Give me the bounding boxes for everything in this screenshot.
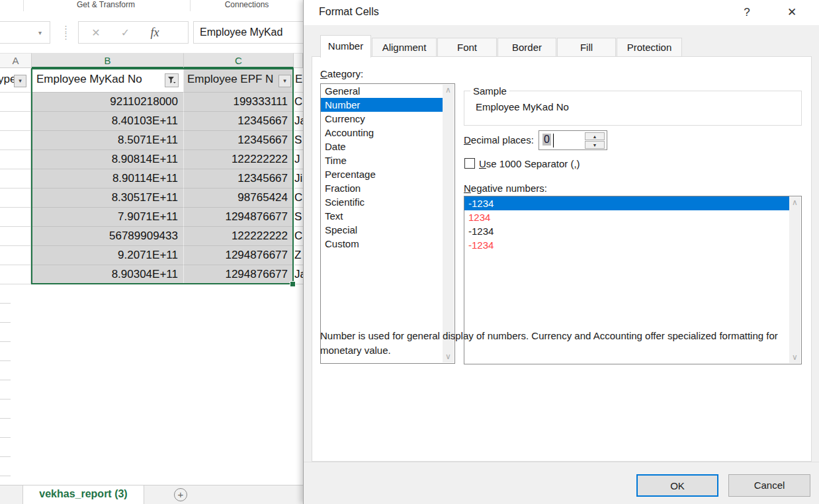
- list-item[interactable]: Custom: [321, 237, 443, 251]
- list-item[interactable]: -1234: [464, 224, 789, 238]
- cell[interactable]: Ja: [294, 112, 303, 131]
- cell[interactable]: [0, 169, 31, 189]
- filter-dropdown-icon[interactable]: ▾: [279, 75, 291, 87]
- list-item[interactable]: -1234: [464, 238, 789, 252]
- formula-bar[interactable]: Employee MyKad: [193, 21, 303, 44]
- cell-d1[interactable]: E: [294, 69, 303, 93]
- cell[interactable]: 7.9071E+11: [32, 208, 183, 227]
- category-listbox[interactable]: General Number Currency Accounting Date …: [320, 83, 455, 364]
- help-icon[interactable]: ?: [738, 5, 755, 21]
- cell[interactable]: 56789909433: [32, 227, 183, 246]
- cell[interactable]: C: [294, 189, 303, 208]
- cell[interactable]: [0, 150, 31, 169]
- tab-border[interactable]: Border: [497, 38, 556, 57]
- cell[interactable]: S: [294, 131, 303, 150]
- cell[interactable]: [0, 227, 31, 246]
- cell[interactable]: J: [294, 150, 303, 169]
- list-item[interactable]: Special: [321, 223, 443, 237]
- cell[interactable]: 122222222: [183, 227, 293, 246]
- use-1000-separator-checkbox[interactable]: [464, 158, 475, 169]
- list-item[interactable]: Text: [321, 209, 443, 223]
- cell[interactable]: 8.5071E+11: [32, 131, 183, 150]
- cell[interactable]: 8.90304E+11: [32, 265, 183, 284]
- cell[interactable]: [0, 246, 31, 265]
- column-header-c[interactable]: C: [184, 53, 294, 68]
- column-header-b[interactable]: B: [32, 53, 184, 68]
- list-item[interactable]: Accounting: [321, 126, 443, 140]
- cell[interactable]: 1294876677: [183, 265, 293, 284]
- cell[interactable]: [0, 131, 31, 150]
- tab-protection[interactable]: Protection: [617, 38, 682, 57]
- decimal-places-stepper[interactable]: 0 ▲ ▼: [539, 130, 607, 150]
- cell[interactable]: 98765424: [183, 189, 293, 208]
- cell[interactable]: Ja: [294, 265, 303, 284]
- close-icon[interactable]: ✕: [783, 5, 800, 21]
- screen: Get & Transform Connections ▾ ⋮⋮ ✕ ✓ fx …: [0, 0, 819, 504]
- cell[interactable]: [0, 93, 31, 112]
- text-caret: [553, 134, 554, 147]
- tab-number[interactable]: Number: [320, 35, 371, 58]
- cell[interactable]: [0, 189, 31, 208]
- cell[interactable]: 8.90814E+11: [32, 150, 183, 169]
- scroll-up-icon[interactable]: ∧: [443, 85, 454, 96]
- enter-entry-icon[interactable]: ✓: [112, 22, 138, 44]
- new-sheet-icon[interactable]: +: [174, 488, 187, 501]
- cell[interactable]: 12345667: [183, 169, 293, 189]
- list-item[interactable]: Time: [321, 153, 443, 167]
- cell[interactable]: 8.30517E+11: [32, 189, 183, 208]
- negative-numbers-label: Negative numbers:: [464, 183, 547, 194]
- cell[interactable]: 1294876677: [183, 208, 293, 227]
- filter-funnel-icon[interactable]: [165, 73, 179, 87]
- filter-dropdown-icon[interactable]: ▾: [14, 75, 26, 87]
- tab-font[interactable]: Font: [437, 38, 497, 57]
- list-item[interactable]: Date: [321, 140, 443, 153]
- list-item[interactable]: General: [321, 84, 443, 98]
- scrollbar[interactable]: ∧ ∨: [443, 85, 454, 362]
- cancel-button[interactable]: Cancel: [728, 474, 810, 497]
- cell[interactable]: 9.2071E+11: [32, 246, 183, 265]
- cell[interactable]: Ji: [294, 169, 303, 189]
- cell[interactable]: 199333111: [183, 93, 293, 112]
- fill-handle[interactable]: [290, 282, 295, 286]
- cell[interactable]: Z: [294, 246, 303, 265]
- spin-down-icon[interactable]: ▼: [585, 141, 605, 149]
- cell-a1[interactable]: ype ▾: [0, 69, 31, 93]
- cell[interactable]: 12345667: [183, 112, 293, 131]
- cell[interactable]: S: [294, 208, 303, 227]
- list-item[interactable]: Fraction: [321, 181, 443, 195]
- list-item[interactable]: Percentage: [321, 167, 443, 181]
- cell[interactable]: 1294876677: [183, 246, 293, 265]
- tab-fill[interactable]: Fill: [557, 38, 616, 57]
- cell-c1[interactable]: Employee EPF N ▾: [183, 69, 293, 93]
- cell[interactable]: C: [294, 93, 303, 112]
- list-item[interactable]: Currency: [321, 112, 443, 126]
- column-header-a[interactable]: A: [0, 53, 32, 68]
- column-header-d[interactable]: [294, 53, 303, 68]
- cell[interactable]: 12345667: [183, 131, 293, 150]
- ok-button[interactable]: OK: [636, 474, 718, 497]
- cancel-entry-icon[interactable]: ✕: [83, 22, 109, 44]
- cell[interactable]: [0, 208, 31, 227]
- insert-function-icon[interactable]: fx: [142, 22, 168, 43]
- tab-alignment[interactable]: Alignment: [372, 38, 437, 57]
- cell[interactable]: 92110218000: [32, 93, 183, 112]
- cell[interactable]: 8.40103E+11: [32, 112, 183, 131]
- cell[interactable]: 8.90114E+11: [32, 169, 183, 189]
- list-item[interactable]: 1234: [464, 210, 789, 224]
- cell[interactable]: 122222222: [183, 150, 293, 169]
- list-item[interactable]: Scientific: [321, 195, 443, 209]
- formula-bar-drag-handle[interactable]: ⋮⋮: [62, 25, 70, 40]
- list-item-selected[interactable]: Number: [321, 98, 443, 112]
- cell[interactable]: [0, 112, 31, 131]
- cell[interactable]: C: [294, 227, 303, 246]
- sheet-tab-scroll-area[interactable]: [0, 485, 23, 504]
- cell-b1-active[interactable]: Employee MyKad No: [32, 69, 183, 93]
- cell-d1-text: E: [295, 73, 302, 86]
- name-box-dropdown-icon[interactable]: ▾: [38, 22, 42, 44]
- sheet-tab-active[interactable]: vekhas_report (3): [23, 485, 144, 504]
- cell[interactable]: [0, 265, 31, 284]
- list-item-selected[interactable]: -1234: [464, 196, 789, 210]
- spin-up-icon[interactable]: ▲: [585, 132, 605, 140]
- name-box[interactable]: ▾: [0, 21, 50, 44]
- scroll-up-icon[interactable]: ∧: [789, 197, 800, 208]
